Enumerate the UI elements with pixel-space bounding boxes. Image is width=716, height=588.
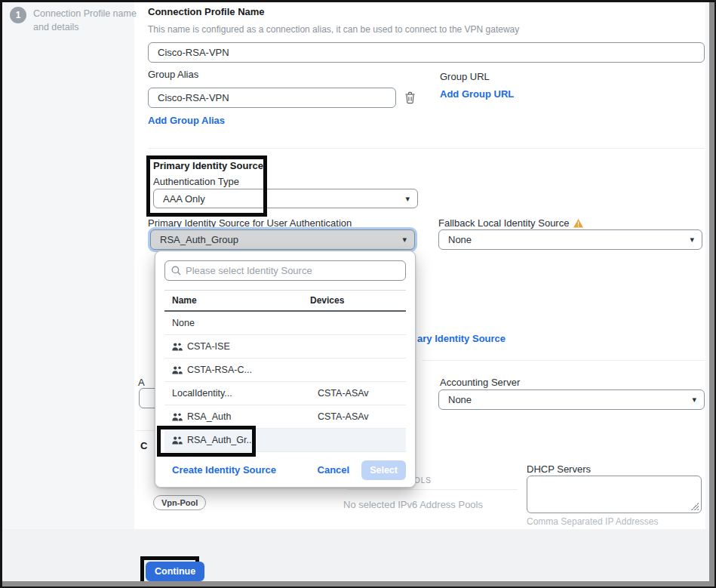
identity-source-row[interactable]: CSTA-RSA-C...: [164, 359, 406, 382]
identity-source-name: RSA_Auth_Gr...: [187, 435, 254, 445]
window-border-left: [0, 0, 2, 588]
delete-group-alias-button[interactable]: [404, 91, 416, 104]
identity-source-table-header: Name Devices: [164, 290, 406, 312]
step-label: Connection Profile name and details: [33, 7, 137, 34]
step-indicator: 1: [10, 7, 26, 23]
fallback-identity-source-select[interactable]: None ▾: [438, 229, 702, 250]
primary-identity-source-title: Primary Identity Source: [153, 160, 263, 171]
identity-source-device: CSTA-ASAv: [318, 388, 406, 399]
accounting-server-label: Accounting Server: [440, 377, 520, 388]
group-alias-input[interactable]: [148, 88, 396, 108]
ipv6-pools-divider: [347, 489, 518, 490]
primary-identity-source-select[interactable]: RSA_Auth_Group ▾: [150, 229, 415, 250]
dhcp-servers-label: DHCP Servers: [527, 463, 591, 475]
identity-source-row[interactable]: CSTA-ISE: [164, 335, 406, 359]
fallback-identity-source-label-row: Fallback Local Identity Source: [438, 217, 583, 229]
column-header-devices: Devices: [310, 295, 344, 306]
identity-source-footer: Create Identity Source Cancel Select: [155, 452, 415, 487]
step-number: 1: [16, 10, 21, 20]
identity-source-name: CSTA-RSA-C...: [187, 365, 252, 375]
identity-source-name: RSA_Auth: [187, 411, 231, 422]
authentication-type-value: AAA Only: [163, 193, 405, 205]
identity-source-dropdown: Name Devices None CSTA-ISE CSTA-RSA-C...…: [155, 251, 416, 488]
ipv6-pools-empty-text: No selected IPv6 Address Pools: [343, 499, 483, 510]
continue-button[interactable]: Continue: [146, 562, 204, 581]
authentication-type-label: Authentication Type: [153, 176, 239, 187]
hidden-heading-fragment: C: [140, 440, 147, 451]
group-icon: [172, 413, 183, 421]
connection-profile-wizard: 1 Connection Profile name and details Co…: [0, 0, 716, 588]
section-divider: [422, 360, 705, 361]
page-title: Connection Profile Name: [148, 6, 265, 17]
trash-icon: [404, 91, 416, 104]
identity-source-row[interactable]: RSA_AuthCSTA-ASAv: [164, 405, 406, 429]
ipv4-pool-chip-label: Vpn-Pool: [161, 498, 198, 507]
ipv6-pools-header-fragment: OLS: [414, 476, 432, 485]
identity-source-row[interactable]: None: [164, 312, 406, 335]
dhcp-servers-textarea[interactable]: [527, 476, 702, 513]
connection-profile-name-input[interactable]: [148, 42, 705, 63]
accounting-server-select[interactable]: None ▾: [438, 389, 705, 410]
select-button[interactable]: Select: [361, 460, 406, 480]
fallback-identity-source-value: None: [448, 234, 690, 245]
warning-icon: [573, 219, 583, 228]
search-icon: [171, 266, 181, 276]
fallback-identity-source-label: Fallback Local Identity Source: [438, 217, 569, 229]
primary-identity-source-value: RSA_Auth_Group: [160, 234, 402, 245]
group-icon: [172, 436, 183, 445]
authentication-type-select[interactable]: AAA Only ▾: [153, 189, 418, 208]
create-identity-source-link[interactable]: Create Identity Source: [172, 464, 276, 476]
section-divider: [148, 148, 705, 149]
identity-source-search[interactable]: [164, 260, 406, 281]
chevron-down-icon: ▾: [690, 236, 694, 244]
group-url-label: Group URL: [440, 71, 490, 82]
chevron-down-icon: ▾: [692, 396, 696, 404]
identity-source-search-input[interactable]: [186, 265, 399, 276]
ipv4-pool-chip[interactable]: Vpn-Pool: [153, 495, 206, 510]
chevron-down-icon: ▾: [402, 236, 407, 244]
identity-source-list: None CSTA-ISE CSTA-RSA-C...LocalIdentity…: [164, 312, 406, 452]
identity-source-name: None: [172, 318, 195, 328]
identity-source-name: LocalIdentity...: [172, 388, 232, 399]
bottom-background: [0, 529, 716, 588]
column-header-name: Name: [164, 295, 310, 306]
secondary-identity-source-link-fragment[interactable]: ary Identity Source: [417, 333, 506, 344]
identity-source-row[interactable]: LocalIdentity...CSTA-ASAv: [164, 382, 406, 405]
identity-source-row[interactable]: RSA_Auth_Gr...: [164, 429, 406, 452]
identity-source-name: CSTA-ISE: [187, 341, 230, 352]
hidden-label-fragment: A: [138, 377, 145, 388]
resize-handle[interactable]: [691, 503, 699, 510]
accounting-server-value: None: [448, 394, 692, 405]
cancel-button[interactable]: Cancel: [318, 464, 350, 476]
dhcp-servers-helper: Comma Separated IP Addresses: [527, 516, 659, 527]
chevron-down-icon: ▾: [405, 195, 410, 203]
add-group-url-link[interactable]: Add Group URL: [440, 88, 514, 100]
profile-description: This name is configured as a connection …: [148, 24, 519, 35]
group-alias-label: Group Alias: [148, 69, 198, 80]
group-icon: [172, 366, 183, 374]
add-group-alias-link[interactable]: Add Group Alias: [148, 115, 225, 126]
window-border-top: [0, 0, 716, 2]
group-icon: [172, 343, 183, 351]
divider-fragment: [136, 430, 155, 431]
primary-identity-source-label: Primary Identity Source for User Authent…: [148, 217, 352, 229]
identity-source-device: CSTA-ASAv: [318, 411, 406, 422]
